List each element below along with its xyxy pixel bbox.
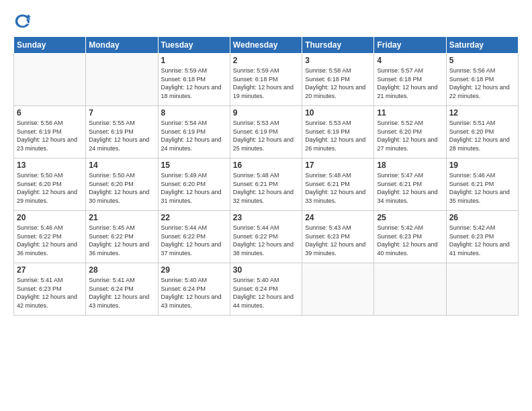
col-sunday: Sunday [14,37,86,54]
day-number: 23 [233,213,299,222]
calendar-cell [302,263,374,316]
day-number: 17 [305,161,371,170]
day-number: 24 [305,213,371,222]
col-tuesday: Tuesday [158,37,230,54]
col-friday: Friday [374,37,446,54]
day-number: 16 [233,161,299,170]
calendar-week-row: 13 Sunrise: 5:50 AM Sunset: 6:20 PM Dayl… [14,158,519,211]
calendar-cell: 22 Sunrise: 5:44 AM Sunset: 6:22 PM Dayl… [158,211,230,263]
day-number: 27 [17,265,83,275]
day-info: Sunrise: 5:58 AM Sunset: 6:18 PM Dayligh… [305,66,371,100]
day-info: Sunrise: 5:43 AM Sunset: 6:23 PM Dayligh… [305,224,371,257]
day-info: Sunrise: 5:56 AM Sunset: 6:18 PM Dayligh… [449,66,515,100]
day-info: Sunrise: 5:41 AM Sunset: 6:23 PM Dayligh… [17,276,83,310]
day-info: Sunrise: 5:56 AM Sunset: 6:19 PM Dayligh… [17,119,83,152]
day-number: 6 [17,108,83,118]
day-number: 20 [17,213,83,222]
calendar-cell [374,263,446,316]
col-thursday: Thursday [302,37,374,54]
day-info: Sunrise: 5:46 AM Sunset: 6:22 PM Dayligh… [17,224,83,257]
calendar-cell: 30 Sunrise: 5:40 AM Sunset: 6:24 PM Dayl… [230,263,302,316]
calendar-cell: 16 Sunrise: 5:48 AM Sunset: 6:21 PM Dayl… [230,158,302,211]
calendar-cell: 5 Sunrise: 5:56 AM Sunset: 6:18 PM Dayli… [446,54,518,106]
calendar-cell: 3 Sunrise: 5:58 AM Sunset: 6:18 PM Dayli… [302,54,374,106]
day-number: 8 [161,108,227,118]
logo-icon [13,11,32,30]
calendar-cell: 1 Sunrise: 5:59 AM Sunset: 6:18 PM Dayli… [158,54,230,106]
day-number: 14 [89,161,154,170]
calendar-cell: 27 Sunrise: 5:41 AM Sunset: 6:23 PM Dayl… [14,263,86,316]
day-number: 5 [449,56,515,65]
logo [13,11,35,30]
day-number: 30 [233,265,299,275]
calendar-cell: 17 Sunrise: 5:48 AM Sunset: 6:21 PM Dayl… [302,158,374,211]
day-number: 4 [377,56,443,65]
calendar-cell: 2 Sunrise: 5:59 AM Sunset: 6:18 PM Dayli… [230,54,302,106]
calendar-header-row: Sunday Monday Tuesday Wednesday Thursday… [14,37,519,54]
calendar-cell: 11 Sunrise: 5:52 AM Sunset: 6:20 PM Dayl… [374,106,446,158]
calendar-week-row: 1 Sunrise: 5:59 AM Sunset: 6:18 PM Dayli… [14,54,519,106]
calendar-cell: 26 Sunrise: 5:42 AM Sunset: 6:23 PM Dayl… [446,211,518,263]
day-info: Sunrise: 5:57 AM Sunset: 6:18 PM Dayligh… [377,66,443,100]
day-number: 1 [161,56,227,65]
col-saturday: Saturday [446,37,518,54]
day-info: Sunrise: 5:42 AM Sunset: 6:23 PM Dayligh… [449,224,515,257]
day-number: 3 [305,56,371,65]
day-info: Sunrise: 5:55 AM Sunset: 6:19 PM Dayligh… [89,119,154,152]
day-number: 9 [233,108,299,118]
day-info: Sunrise: 5:50 AM Sunset: 6:20 PM Dayligh… [17,171,83,205]
calendar-week-row: 27 Sunrise: 5:41 AM Sunset: 6:23 PM Dayl… [14,263,519,316]
calendar-week-row: 6 Sunrise: 5:56 AM Sunset: 6:19 PM Dayli… [14,106,519,158]
day-info: Sunrise: 5:45 AM Sunset: 6:22 PM Dayligh… [89,224,154,257]
calendar-cell: 10 Sunrise: 5:53 AM Sunset: 6:19 PM Dayl… [302,106,374,158]
day-info: Sunrise: 5:59 AM Sunset: 6:18 PM Dayligh… [233,66,299,100]
header [13,11,519,30]
day-info: Sunrise: 5:48 AM Sunset: 6:21 PM Dayligh… [233,171,299,205]
day-info: Sunrise: 5:51 AM Sunset: 6:20 PM Dayligh… [449,119,515,152]
calendar-cell: 12 Sunrise: 5:51 AM Sunset: 6:20 PM Dayl… [446,106,518,158]
calendar-cell: 29 Sunrise: 5:40 AM Sunset: 6:24 PM Dayl… [158,263,230,316]
calendar-cell: 15 Sunrise: 5:49 AM Sunset: 6:20 PM Dayl… [158,158,230,211]
day-info: Sunrise: 5:44 AM Sunset: 6:22 PM Dayligh… [233,224,299,257]
day-info: Sunrise: 5:48 AM Sunset: 6:21 PM Dayligh… [305,171,371,205]
calendar-cell: 25 Sunrise: 5:42 AM Sunset: 6:23 PM Dayl… [374,211,446,263]
calendar-cell: 23 Sunrise: 5:44 AM Sunset: 6:22 PM Dayl… [230,211,302,263]
day-info: Sunrise: 5:41 AM Sunset: 6:24 PM Dayligh… [89,276,154,310]
day-info: Sunrise: 5:44 AM Sunset: 6:22 PM Dayligh… [161,224,227,257]
col-monday: Monday [86,37,158,54]
calendar-cell: 9 Sunrise: 5:53 AM Sunset: 6:19 PM Dayli… [230,106,302,158]
day-info: Sunrise: 5:46 AM Sunset: 6:21 PM Dayligh… [449,171,515,205]
day-info: Sunrise: 5:54 AM Sunset: 6:19 PM Dayligh… [161,119,227,152]
col-wednesday: Wednesday [230,37,302,54]
day-number: 29 [161,265,227,275]
calendar-cell: 13 Sunrise: 5:50 AM Sunset: 6:20 PM Dayl… [14,158,86,211]
day-info: Sunrise: 5:50 AM Sunset: 6:20 PM Dayligh… [89,171,154,205]
day-info: Sunrise: 5:52 AM Sunset: 6:20 PM Dayligh… [377,119,443,152]
day-info: Sunrise: 5:42 AM Sunset: 6:23 PM Dayligh… [377,224,443,257]
day-number: 13 [17,161,83,170]
day-number: 22 [161,213,227,222]
day-number: 7 [89,108,154,118]
day-info: Sunrise: 5:49 AM Sunset: 6:20 PM Dayligh… [161,171,227,205]
calendar-cell [446,263,518,316]
calendar-cell: 20 Sunrise: 5:46 AM Sunset: 6:22 PM Dayl… [14,211,86,263]
calendar-cell: 4 Sunrise: 5:57 AM Sunset: 6:18 PM Dayli… [374,54,446,106]
day-number: 26 [449,213,515,222]
page: Sunday Monday Tuesday Wednesday Thursday… [0,0,532,411]
day-number: 25 [377,213,443,222]
calendar-cell [86,54,158,106]
day-number: 28 [89,265,154,275]
calendar-cell: 8 Sunrise: 5:54 AM Sunset: 6:19 PM Dayli… [158,106,230,158]
day-number: 11 [377,108,443,118]
day-number: 15 [161,161,227,170]
day-number: 12 [449,108,515,118]
calendar-cell: 24 Sunrise: 5:43 AM Sunset: 6:23 PM Dayl… [302,211,374,263]
calendar-week-row: 20 Sunrise: 5:46 AM Sunset: 6:22 PM Dayl… [14,211,519,263]
day-info: Sunrise: 5:40 AM Sunset: 6:24 PM Dayligh… [161,276,227,310]
calendar-cell [14,54,86,106]
calendar-cell: 19 Sunrise: 5:46 AM Sunset: 6:21 PM Dayl… [446,158,518,211]
day-number: 21 [89,213,154,222]
day-info: Sunrise: 5:59 AM Sunset: 6:18 PM Dayligh… [161,66,227,100]
day-number: 19 [449,161,515,170]
day-info: Sunrise: 5:47 AM Sunset: 6:21 PM Dayligh… [377,171,443,205]
